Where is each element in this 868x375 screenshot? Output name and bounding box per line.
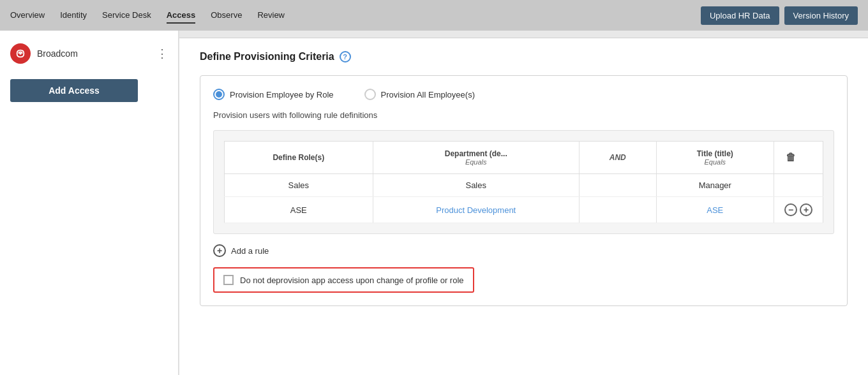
table-row: ASE Product Development ASE − +	[225, 197, 823, 223]
radio-circle-2	[364, 89, 376, 100]
content-area: Define Provisioning Criteria ? Provision…	[179, 31, 868, 375]
cell-title-2: ASE	[656, 197, 774, 223]
col-role-label: Define Role(s)	[273, 153, 324, 162]
upload-hr-data-button[interactable]: Upload HR Data	[701, 6, 779, 25]
section-title-text: Define Provisioning Criteria	[200, 51, 334, 62]
cell-role-1: Sales	[225, 174, 373, 197]
rule-table: Define Role(s) Department (de... Equals …	[224, 141, 823, 223]
remove-row-button[interactable]: −	[784, 203, 797, 216]
nav-links: Overview Identity Service Desk Access Ob…	[10, 8, 285, 24]
col-title-label: Title (title)	[697, 149, 733, 158]
nav-access[interactable]: Access	[167, 8, 196, 24]
rule-definitions-table-container: Define Role(s) Department (de... Equals …	[213, 130, 834, 234]
add-rule-row[interactable]: + Add a rule	[213, 244, 834, 257]
provision-description: Provision users with following rule defi…	[213, 110, 834, 120]
cell-dept-2: Product Development	[373, 197, 579, 223]
add-row-button[interactable]: +	[800, 203, 812, 216]
cell-actions-1	[774, 174, 823, 197]
brand-left: Broadcom	[10, 43, 78, 64]
col-header-title: Title (title) Equals	[656, 142, 774, 174]
section-title: Define Provisioning Criteria ?	[200, 51, 848, 62]
add-rule-label: Add a rule	[231, 246, 269, 256]
help-icon[interactable]: ?	[340, 51, 351, 62]
main-layout: Broadcom ⋮ Add Access Define Provisionin…	[0, 31, 868, 375]
brand-logo	[10, 43, 31, 64]
col-title-sub: Equals	[667, 158, 763, 166]
col-dept-sub: Equals	[384, 158, 569, 166]
col-and-label: AND	[610, 153, 626, 162]
col-header-delete: 🗑	[774, 142, 823, 174]
col-header-and: AND	[579, 142, 656, 174]
deprovision-checkbox-row[interactable]: Do not deprovision app access upon chang…	[213, 267, 474, 293]
more-options-button[interactable]: ⋮	[156, 47, 168, 61]
radio-circle-1	[213, 89, 225, 100]
col-header-role: Define Role(s)	[225, 142, 373, 174]
radio-provision-by-role[interactable]: Provision Employee by Role	[213, 89, 334, 100]
nav-observe[interactable]: Observe	[211, 8, 242, 24]
row-action-buttons: − +	[784, 203, 812, 216]
add-rule-icon: +	[213, 244, 226, 257]
sidebar: Broadcom ⋮ Add Access	[0, 31, 179, 375]
add-access-button[interactable]: Add Access	[10, 79, 138, 102]
nav-overview[interactable]: Overview	[10, 8, 45, 24]
col-header-dept: Department (de... Equals	[373, 142, 579, 174]
table-header-row: Define Role(s) Department (de... Equals …	[225, 142, 823, 174]
radio-label-2: Provision All Employee(s)	[381, 90, 475, 99]
nav-action-buttons: Upload HR Data Version History	[701, 6, 858, 25]
main-content: Define Provisioning Criteria ? Provision…	[179, 31, 868, 375]
nav-identity[interactable]: Identity	[60, 8, 87, 24]
nav-review[interactable]: Review	[257, 8, 285, 24]
broadcom-logo-icon	[15, 48, 26, 59]
svg-point-0	[19, 52, 22, 55]
cell-dept-1: Sales	[373, 174, 579, 197]
radio-provision-all[interactable]: Provision All Employee(s)	[364, 89, 475, 100]
cell-role-2: ASE	[225, 197, 373, 223]
brand-name: Broadcom	[37, 48, 78, 59]
radio-label-1: Provision Employee by Role	[230, 90, 334, 99]
top-strip	[179, 31, 868, 38]
cell-and-1	[579, 174, 656, 197]
table-row: Sales Sales Manager	[225, 174, 823, 197]
deprovision-checkbox-label: Do not deprovision app access upon chang…	[240, 276, 464, 285]
top-navigation: Overview Identity Service Desk Access Ob…	[0, 0, 868, 31]
nav-service-desk[interactable]: Service Desk	[102, 8, 151, 24]
cell-actions-2: − +	[774, 197, 823, 223]
col-dept-label: Department (de...	[445, 149, 507, 158]
sidebar-brand: Broadcom ⋮	[10, 38, 168, 69]
cell-title-1: Manager	[656, 174, 774, 197]
delete-all-icon[interactable]: 🗑	[784, 151, 797, 164]
version-history-button[interactable]: Version History	[784, 6, 858, 25]
cell-and-2	[579, 197, 656, 223]
deprovision-checkbox[interactable]	[223, 275, 234, 285]
criteria-box: Provision Employee by Role Provision All…	[200, 75, 848, 306]
radio-options-row: Provision Employee by Role Provision All…	[213, 89, 834, 100]
